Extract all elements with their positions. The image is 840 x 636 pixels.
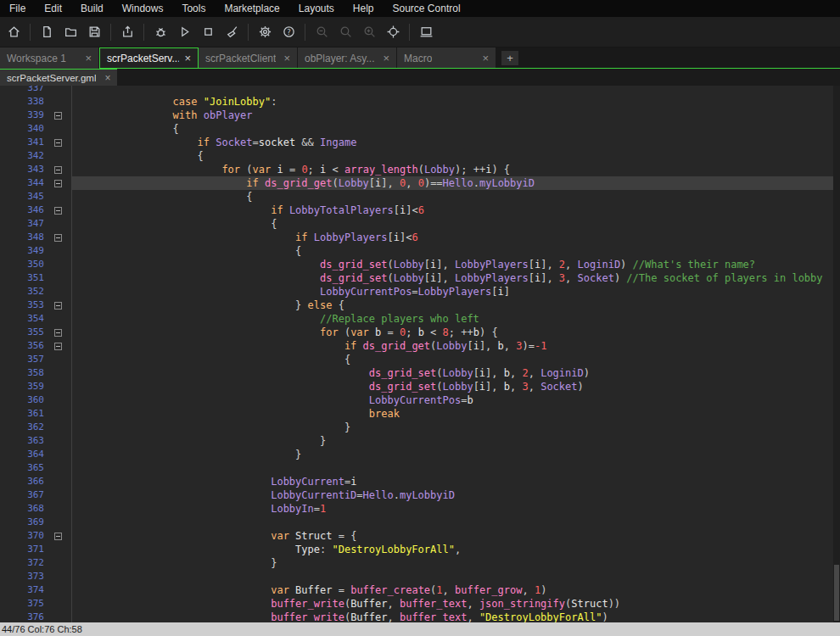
- run-button[interactable]: [173, 21, 195, 43]
- add-workspace-button[interactable]: +: [501, 51, 518, 65]
- code-line: }: [72, 434, 833, 448]
- close-icon[interactable]: ×: [184, 52, 191, 64]
- workspace-tab-5[interactable]: Macro×: [397, 47, 496, 69]
- code-editor[interactable]: 337338 case "JoinLobby":339 with obPlaye…: [0, 86, 840, 622]
- fold-marker-icon[interactable]: [54, 329, 62, 337]
- gutter[interactable]: 350: [0, 258, 72, 271]
- menu-item-layouts[interactable]: Layouts: [289, 3, 344, 14]
- gutter[interactable]: 365: [0, 461, 72, 475]
- code-row: 353 } else {: [0, 298, 833, 312]
- help-button[interactable]: ?: [277, 21, 300, 43]
- gutter[interactable]: 361: [0, 407, 72, 421]
- gutter[interactable]: 352: [0, 285, 72, 298]
- home-button[interactable]: [3, 21, 25, 43]
- gutter[interactable]: 348: [0, 231, 72, 244]
- debug-button[interactable]: [149, 21, 171, 43]
- menu-item-build[interactable]: Build: [71, 3, 113, 14]
- fold-marker-icon[interactable]: [54, 533, 62, 540]
- gutter[interactable]: 374: [0, 583, 72, 597]
- fold-marker-icon[interactable]: [54, 112, 62, 120]
- device-button[interactable]: [415, 21, 437, 43]
- workspace-tab-2[interactable]: scrPacketServ...×: [99, 47, 199, 69]
- line-number: 355: [0, 326, 44, 339]
- new-project-button[interactable]: [36, 21, 58, 43]
- code-row: 362 }: [0, 421, 833, 434]
- gutter[interactable]: 375: [0, 597, 72, 611]
- gutter[interactable]: 358: [0, 366, 72, 380]
- fold-marker-icon[interactable]: [54, 207, 62, 215]
- menu-item-help[interactable]: Help: [344, 3, 384, 14]
- close-icon[interactable]: ×: [85, 52, 92, 64]
- menu-item-source-control[interactable]: Source Control: [384, 3, 470, 14]
- gutter[interactable]: 363: [0, 434, 72, 448]
- menu-item-file[interactable]: File: [0, 3, 35, 14]
- gutter[interactable]: 337: [0, 86, 72, 95]
- gutter[interactable]: 359: [0, 380, 72, 393]
- gutter[interactable]: 366: [0, 475, 72, 488]
- gutter[interactable]: 353: [0, 298, 72, 312]
- gutter[interactable]: 360: [0, 393, 72, 407]
- gutter[interactable]: 372: [0, 556, 72, 570]
- game-options-button[interactable]: [254, 21, 276, 43]
- menu-item-edit[interactable]: Edit: [35, 3, 71, 14]
- line-number: 376: [0, 611, 44, 622]
- fold-marker-icon[interactable]: [54, 139, 62, 147]
- file-tab-1[interactable]: scrPacketServer.gml×: [0, 69, 117, 86]
- gutter[interactable]: 346: [0, 204, 72, 217]
- gutter[interactable]: 351: [0, 271, 72, 285]
- gutter[interactable]: 356: [0, 339, 72, 353]
- gutter[interactable]: 347: [0, 217, 72, 231]
- gutter[interactable]: 370: [0, 529, 72, 543]
- gutter[interactable]: 338: [0, 95, 72, 109]
- gutter[interactable]: 341: [0, 136, 72, 149]
- new-project-icon: [40, 25, 54, 39]
- close-icon[interactable]: ×: [383, 52, 389, 64]
- workspace-tab-3[interactable]: scrPacketClient×: [199, 47, 298, 69]
- create-executable-button[interactable]: [116, 21, 138, 43]
- close-icon[interactable]: ×: [283, 52, 290, 64]
- line-number: 348: [0, 231, 44, 244]
- gutter[interactable]: 357: [0, 353, 72, 366]
- close-icon[interactable]: ×: [482, 52, 489, 64]
- gutter[interactable]: 342: [0, 149, 72, 163]
- code-row: 347 {: [0, 217, 833, 231]
- workspace-tab-1[interactable]: Workspace 1×: [0, 47, 99, 69]
- gutter[interactable]: 368: [0, 502, 72, 516]
- gutter[interactable]: 371: [0, 543, 72, 556]
- fold-marker-icon[interactable]: [54, 166, 62, 174]
- gutter[interactable]: 376: [0, 611, 72, 622]
- gutter[interactable]: 349: [0, 244, 72, 258]
- menu-item-windows[interactable]: Windows: [113, 3, 173, 14]
- code-lines: 337338 case "JoinLobby":339 with obPlaye…: [0, 86, 833, 622]
- stop-button[interactable]: [197, 21, 219, 43]
- line-number: 361: [0, 407, 44, 421]
- gutter[interactable]: 369: [0, 516, 72, 529]
- open-project-button[interactable]: [59, 21, 81, 43]
- gutter[interactable]: 354: [0, 312, 72, 326]
- fold-marker-icon[interactable]: [54, 343, 62, 350]
- target-button[interactable]: [382, 21, 404, 43]
- close-icon[interactable]: ×: [104, 72, 110, 84]
- clean-button[interactable]: [221, 21, 243, 43]
- gutter[interactable]: 355: [0, 326, 72, 339]
- workspace-tab-4[interactable]: obPlayer: Asy...×: [298, 47, 397, 69]
- menu-item-marketplace[interactable]: Marketplace: [215, 3, 288, 14]
- vertical-scrollbar[interactable]: [833, 86, 840, 622]
- gutter[interactable]: 340: [0, 122, 72, 136]
- gutter[interactable]: 373: [0, 570, 72, 583]
- gutter[interactable]: 367: [0, 488, 72, 502]
- gutter[interactable]: 344: [0, 176, 72, 190]
- gutter[interactable]: 364: [0, 448, 72, 461]
- gutter[interactable]: 339: [0, 109, 72, 122]
- gutter[interactable]: 345: [0, 190, 72, 204]
- scrollbar-thumb[interactable]: [834, 565, 839, 621]
- menu-item-tools[interactable]: Tools: [172, 3, 215, 14]
- save-project-button[interactable]: [83, 21, 105, 43]
- gutter[interactable]: 343: [0, 163, 72, 176]
- fold-marker-icon[interactable]: [54, 302, 62, 310]
- active-tab-accent-line: [99, 68, 840, 69]
- gutter[interactable]: 362: [0, 421, 72, 434]
- fold-marker-icon[interactable]: [54, 180, 62, 187]
- fold-marker-icon[interactable]: [54, 234, 62, 242]
- code-line: }: [72, 556, 833, 570]
